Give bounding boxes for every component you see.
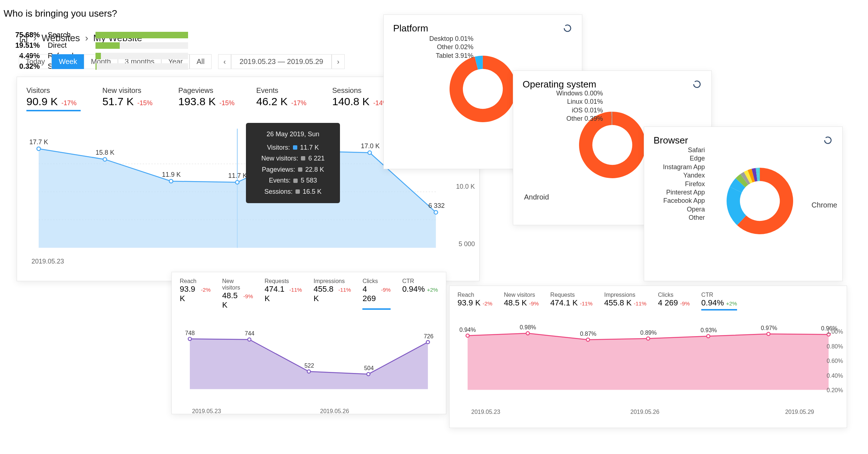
date-range-label[interactable]: 2019.05.23 — 2019.05.29 [231,54,331,69]
y-tick: 1.00% [827,329,843,335]
mini-metric-clicks[interactable]: Clicks4 269-9% [362,278,391,310]
mini-metric-new-visitors[interactable]: New visitors48.5 K-9% [222,278,253,310]
donut-side-label: Other 0.39% [556,115,603,123]
svg-point-10 [434,210,438,214]
data-point-label: 17.0 K [361,142,380,150]
metric-sessions[interactable]: Sessions 140.8 K-14% [332,86,388,111]
data-point-label: 748 [185,330,195,337]
donut-side-label: Facebook App [663,197,705,205]
svg-point-13 [307,370,310,373]
donut-side-label: Other 0.02% [429,43,473,51]
svg-point-21 [767,332,770,335]
donut-side-label: Safari [663,146,705,154]
prev-range-button[interactable]: ‹ [218,54,231,69]
svg-point-11 [188,337,191,340]
browser-main-label: Chrome [812,201,837,209]
svg-point-7 [235,180,239,184]
donut-side-label: Edge [663,154,705,163]
donut-side-label: Windows 0.00% [556,89,603,98]
data-point-label: 504 [364,365,374,372]
svg-point-6 [169,179,173,183]
mini-metric-ctr[interactable]: CTR0.94%+2% [402,278,438,310]
data-point-label: 11.7 K [228,172,247,179]
donut-side-label: Pinterest App [663,188,705,197]
tooltip-row: Pageviews:22.8 K [255,164,331,175]
clicks-chart[interactable]: 748744522504726 2019.05.23 2019.05.26 [172,313,446,400]
y-tick: 5 000 [459,240,475,248]
donut-side-label: Tablet 3.91% [429,52,473,60]
y-tick: 0.60% [827,358,843,364]
mini-metric-ctr[interactable]: CTR0.94%+2% [701,292,737,310]
svg-point-16 [466,334,469,337]
data-point-label: 17.7 K [29,138,48,146]
data-point-label: 0.89% [640,329,656,336]
x-label: 2019.05.23 [471,409,500,415]
donut-side-label: Opera [663,205,705,214]
svg-point-18 [586,338,590,341]
donut-side-label: Other [663,214,705,222]
mini-metric-reach[interactable]: Reach93.9 K-2% [458,292,492,310]
mini-metric-impressions[interactable]: Impressions455.8 K-11% [314,278,351,310]
refresh-icon[interactable] [563,24,573,33]
y-tick: 0.40% [827,373,843,379]
os-title: Operating system [523,79,596,90]
data-point-label: 0.98% [520,324,536,331]
platform-title: Platform [393,23,428,34]
home-icon[interactable] [19,34,28,43]
data-point-label: 15.8 K [95,149,114,157]
mini-metric-requests[interactable]: Requests474.1 K-11% [550,292,593,310]
metric-pageviews[interactable]: Pageviews 193.8 K-15% [178,86,234,111]
mini-metric-requests[interactable]: Requests474.1 K-11% [265,278,302,310]
donut-side-label: Instagram App [663,163,705,171]
svg-point-9 [368,151,371,154]
metric-new-visitors[interactable]: New visitors 51.7 K-15% [102,86,157,111]
mini-metric-reach[interactable]: Reach93.9 K-2% [180,278,210,310]
ctr-panel: Reach93.9 K-2%New visitors48.5 K-9%Reque… [449,286,847,428]
sources-title: Who is bringing you users? [0,0,192,29]
metric-visitors[interactable]: Visitors 90.9 K-17% [26,86,81,111]
data-point-label: 522 [305,363,314,369]
svg-point-12 [248,338,251,341]
svg-point-14 [367,372,370,376]
clicks-panel: Reach93.9 K-2%New visitors48.5 K-9%Reque… [171,272,446,414]
metric-events[interactable]: Events 46.2 K-17% [256,86,310,111]
data-point-label: 0.87% [580,331,596,337]
x-label: 2019.05.26 [630,409,659,415]
data-point-label: 726 [424,333,434,339]
tooltip-date: 26 May 2019, Sun [255,129,331,140]
donut-side-label: Linux 0.01% [556,98,603,106]
mini-metric-clicks[interactable]: Clicks4 269-9% [658,292,690,310]
svg-point-4 [37,147,41,151]
mini-metric-impressions[interactable]: Impressions455.8 K-11% [604,292,646,310]
data-point-label: 0.94% [459,326,476,333]
ctr-chart[interactable]: 0.94%0.98%0.87%0.89%0.93%0.97%0.96% 1.00… [450,314,847,401]
svg-point-19 [647,337,650,340]
range-week[interactable]: Week [52,54,84,69]
tooltip-row: Events:5 583 [255,175,331,186]
range-all[interactable]: All [190,54,211,69]
tooltip-row: New visitors:6 221 [255,153,331,164]
y-tick: 10.0 K [456,183,475,190]
range-today[interactable]: Today [19,54,52,69]
chart-tooltip: 26 May 2019, Sun Visitors:11.7 KNew visi… [246,123,340,203]
x-label: 2019.05.26 [320,408,349,415]
breadcrumb-websites[interactable]: Websites [42,33,80,44]
refresh-icon[interactable] [693,80,702,89]
donut-side-label: Desktop 0.01% [429,35,473,43]
browser-title: Browser [654,135,688,146]
chevron-right-icon: › [33,33,37,44]
next-range-button[interactable]: › [332,54,345,69]
y-tick: 0.20% [827,387,843,394]
x-axis-start: 2019.05.23 [31,258,64,265]
svg-point-15 [426,340,430,344]
data-point-label: 744 [245,330,255,337]
refresh-icon[interactable] [824,136,833,145]
data-point-label: 6 332 [428,202,444,209]
tooltip-row: Visitors:11.7 K [255,142,331,153]
chevron-right-icon: › [85,33,88,44]
donut-side-label: Yandex [663,171,705,180]
browser-donut[interactable] [718,159,801,243]
data-point-label: 11.9 K [162,171,181,178]
mini-metric-new-visitors[interactable]: New visitors48.5 K-9% [504,292,539,310]
x-label: 2019.05.29 [785,409,814,415]
